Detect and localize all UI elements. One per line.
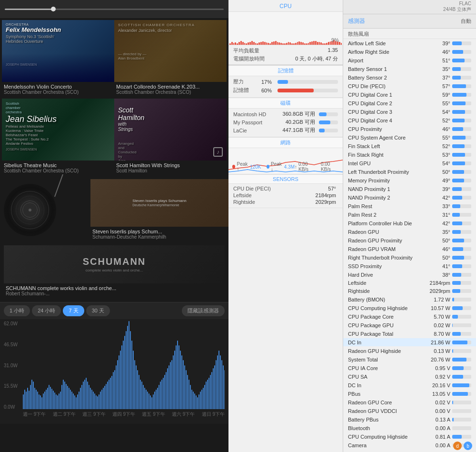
cpu-bar: [308, 43, 309, 45]
chart-bar: [63, 380, 64, 409]
chart-bar: [40, 395, 41, 409]
chart-bar: [136, 365, 137, 410]
album-item-mozart[interactable]: SCOTTISH CHAMBER ORCHESTRA Alexander Jan…: [114, 20, 227, 99]
chart-bar: [77, 394, 78, 409]
album-item-sibelius[interactable]: Scottishchamberorchestra Jean Sibelius P…: [2, 99, 114, 177]
album-item-mendelssohn[interactable]: Orchestra Felix Mendelssohn Symphony No.…: [2, 20, 114, 99]
power-w-row: DC In 21.86 W: [343, 338, 476, 347]
chart-bar: [164, 375, 165, 409]
temp-sensor-row: NAND Proximity 2 42°: [343, 193, 476, 202]
cpu-bar: [291, 43, 293, 45]
chart-bar: [191, 390, 192, 409]
chart-bar: [93, 392, 94, 409]
chart-bar: [69, 388, 69, 409]
album-cover-schumann-complete[interactable]: SCHUMANN complete works violin and orche…: [4, 245, 225, 283]
progress-track[interactable]: [5, 9, 224, 10]
cpu-bar: [309, 42, 311, 45]
btn-24h[interactable]: 24 小時: [32, 305, 61, 316]
chart-x-axis: 週一 9下午 週二 9下午 週三 9下午 週四 9下午 週五 9下午 週六 9下…: [23, 409, 225, 418]
sensors-detail-panel: FLAC 24/4B 立体声 感測器 自動 散熱風扇 Airflow Left …: [343, 0, 476, 452]
cpu-bar: [300, 42, 302, 45]
b-icon: b: [466, 443, 469, 449]
album-artist-mozart: Scottish Chamber Orchestra (SCO): [116, 90, 225, 95]
cpu-bar: [269, 43, 271, 45]
btn-hide-sensor[interactable]: 隱藏該感測器: [182, 305, 225, 316]
chart-bar: [127, 326, 128, 409]
pressure-bar: [278, 80, 288, 84]
chart-bar: [116, 365, 117, 410]
fan-rows: Leftside 2184rpm Rightside 2029rpm: [343, 279, 476, 295]
cpu-bar: [326, 43, 327, 45]
temp-sensor-row: CPU Digital Core 1 59°: [343, 90, 476, 99]
up-label: ↑: [295, 164, 297, 170]
cpu-bar: [266, 42, 268, 45]
cpu-bar: [286, 43, 288, 45]
album-item-hamilton[interactable]: ScottHamilton withStrings ArrangedandCon…: [114, 99, 227, 177]
chart-bar: [90, 388, 91, 409]
d-icon: d: [456, 443, 459, 449]
hd-sensor-row: Hard Drive 38°: [343, 271, 476, 279]
memory-bar: [278, 89, 314, 92]
memory-section: 壓力 17% 記憶體 60%: [228, 76, 343, 98]
chart-bar: [184, 365, 185, 410]
chart-bar: [110, 378, 111, 409]
cpu-bar: [304, 43, 306, 45]
cpu-bar: [231, 42, 233, 45]
cpu-bar: [341, 43, 342, 45]
chart-bar: [214, 365, 215, 410]
cpu-bar: [306, 43, 307, 45]
progress-thumb[interactable]: [51, 7, 56, 11]
power-chart: 62.0W 46.5W 31.0W 15.5W 0.0W 週一 9下午 週二 9…: [0, 319, 228, 424]
playback-bar: [0, 0, 228, 18]
progress-fill: [5, 9, 53, 10]
cpu-bar: [251, 41, 253, 45]
album-cover-sibelius: Scottishchamberorchestra Jean Sibelius P…: [2, 99, 114, 161]
nav-icon-d[interactable]: d: [453, 442, 462, 450]
cpu-bar: [271, 42, 273, 45]
btn-7d[interactable]: 7 天: [63, 305, 84, 316]
btn-1h[interactable]: 1 小時: [4, 305, 30, 316]
chart-bar: [67, 386, 68, 409]
cpu-bar: [302, 42, 304, 45]
chart-bar: [126, 331, 127, 409]
flac-bitrate: 24/4B 立体声: [443, 7, 471, 12]
album-artist-isserlis: Schumann-Deutsche Kammerphilh: [92, 234, 227, 240]
btn-30d[interactable]: 30 天: [86, 305, 110, 316]
album-cover-schumann-isserlis: Steven Isserlis plays SchumannDeutsche K…: [90, 179, 228, 227]
time-filter-bar: 1 小時 24 小時 7 天 30 天 隱藏該感測器: [0, 302, 228, 319]
nav-icon-b[interactable]: b: [464, 442, 472, 450]
album-grid: Orchestra Felix Mendelssohn Symphony No.…: [0, 18, 228, 179]
chart-bar: [216, 360, 217, 409]
temp-sensor-row: CPU System Agent Core 55°: [343, 133, 476, 142]
power-w-rows: Battery (BMON) 1.72 W CPU Computing High…: [343, 295, 476, 364]
chart-bar: [183, 360, 184, 409]
cpu-bar: [297, 42, 298, 45]
album-artist-sibelius: Scottish Chamber Orchestra (SCO): [4, 168, 112, 173]
cpu-bar: [248, 42, 249, 45]
temp-sensor-row: CPU Die (PECI) 57°: [343, 82, 476, 90]
album-item-schumann-isserlis[interactable]: Steven Isserlis plays SchumannDeutsche K…: [90, 179, 228, 243]
leftside-fan-value: 2184rpm: [316, 192, 336, 198]
chart-bar: [131, 341, 132, 409]
chart-bar: [171, 360, 172, 409]
cpu-bar: [244, 43, 246, 45]
cpu-die-value: 57°: [328, 186, 336, 191]
chart-bar: [120, 351, 121, 409]
chart-bar: [197, 397, 198, 409]
chart-bar: [139, 375, 139, 409]
album-cover-hamilton: ScottHamilton withStrings ArrangedandCon…: [114, 99, 227, 161]
chart-bar: [147, 392, 148, 409]
chart-bar: [200, 392, 201, 409]
power-a-row: Battery PBus 0.13 A: [343, 415, 476, 424]
chart-bar: [124, 336, 125, 409]
temp-sensor-row: NAND Proximity 1 39°: [343, 185, 476, 193]
chart-bar: [71, 392, 72, 409]
chart-bar: [36, 390, 37, 409]
chart-bar: [60, 392, 61, 409]
chart-bar: [154, 392, 155, 409]
chart-bar: [111, 376, 112, 409]
chart-bar: [51, 389, 52, 409]
chart-bar: [173, 355, 174, 409]
cpu-bar: [238, 42, 240, 45]
down-value: 0.00 KB/s: [321, 161, 339, 172]
